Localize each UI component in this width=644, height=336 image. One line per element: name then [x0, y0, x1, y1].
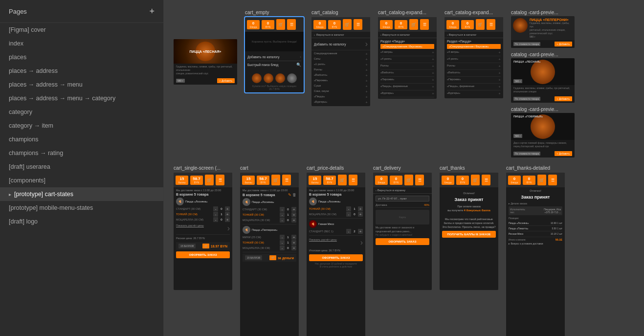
menu-icon-catalog[interactable]: ☰ — [354, 19, 362, 30]
product-add-orange2[interactable]: + Добавить — [555, 96, 572, 101]
sidebar-item-draft-logo[interactable]: [draft] logo — [0, 215, 163, 228]
card-preview3-screen: ПИЦЦА «ГОВЯЖЬЯ» 580 г Двух сортов говяжи… — [511, 113, 575, 157]
frame-cart-price-details[interactable]: 15баллы 58.7BYN 🛒 ☰ Мы доставим заказ с … — [307, 173, 365, 336]
dec-std-c2[interactable]: - — [280, 235, 285, 240]
cart-icon-e1[interactable]: 🛒 — [409, 19, 418, 30]
frame-catalog-card-prev1[interactable]: ПИЦЦА «ПЕППЕРОНИ» Грудинка, маслины, оли… — [511, 16, 575, 48]
menu-icon-delivery[interactable]: ☰ — [415, 175, 424, 185]
pizza-hero-frame[interactable]: ПИЦЦА «ЛЕСНАЯ» Грудинка, маслины, оливки… — [174, 39, 237, 85]
inc-moz-c1[interactable]: + — [291, 218, 296, 223]
increment-slim-s1[interactable]: + — [225, 212, 230, 217]
dec-slim-c1[interactable]: - — [280, 212, 285, 217]
dec-pd2[interactable]: - — [346, 212, 351, 217]
cart-icon-bottom-c[interactable]: 🛒 — [269, 255, 276, 260]
sidebar-item-draft-userarea[interactable]: [draft] userarea — [0, 160, 163, 174]
frame-cart-empty[interactable]: 0 блюда 0 BYN 🛒 ☰ Корзина пуста. Выберит… — [245, 17, 304, 92]
confirm-delivery[interactable]: ОФОРМИТЬ ЗАКАЗ — [376, 238, 429, 245]
dec-moz-c2[interactable]: - — [280, 246, 285, 250]
inc-std-c1[interactable]: + — [291, 207, 296, 212]
dec-pd3[interactable]: - — [346, 229, 351, 234]
dec-pd1[interactable]: - — [346, 206, 351, 211]
frame-cart[interactable]: 15баллы 58.7BYN 🛒 ☰ Мы доставим заказ с … — [240, 173, 299, 336]
menu-icon-single[interactable]: ☰ — [216, 175, 224, 185]
sidebar-item-champions-rating[interactable]: champions → rating — [0, 146, 163, 160]
add-page-button[interactable]: + — [149, 7, 155, 16]
sidebar-item-places[interactable]: places — [0, 50, 163, 64]
frame-cart-thanks[interactable]: 0блюда 0BYN 🛒 ☰ Отлично! Заказ принят Пр… — [440, 173, 498, 290]
inc-std-c2[interactable]: + — [291, 235, 296, 240]
sidebar-item-places-address-menu-category[interactable]: places → address → menu → category — [0, 91, 163, 105]
frame-catalog-card-prev3[interactable]: ПИЦЦА «ГОВЯЖЬЯ» 580 г Двух сортов говяжи… — [511, 113, 575, 157]
cart-icon-td[interactable]: 🛒 — [537, 175, 546, 185]
inc-moz-c2[interactable]: + — [291, 246, 296, 250]
pizza-add-button[interactable]: + Добавить — [217, 78, 235, 83]
sidebar-item-category[interactable]: category — [0, 105, 163, 119]
get-bonus-btn[interactable]: ПОЛУЧИТЬ БАЛЛЫ В ЗАКАЗЕ — [442, 231, 496, 238]
frame-cart-single[interactable]: 15баллы 58.7BYN 🛒 ☰ Мы доставим заказ с … — [174, 173, 232, 290]
sidebar-item-index[interactable]: index — [0, 37, 163, 50]
decrement-s1[interactable]: - — [213, 206, 218, 211]
inc-pd2[interactable]: + — [358, 212, 363, 217]
decrement-moz-s1[interactable]: - — [213, 217, 218, 222]
product-add-orange3[interactable]: + Добавить — [555, 151, 572, 156]
frame-cart-catalog-expand2[interactable]: 0блюда 0BYN 🛒 ☰ ‹ Вернуться в каталог Ра… — [444, 17, 503, 98]
decrement-slim-s1[interactable]: - — [213, 212, 218, 217]
sidebar-item-prototype-cart-states[interactable]: ▸ [prototype] cart-states — [0, 187, 163, 201]
quick-search-text[interactable]: Быстрый поиск блюд — [247, 63, 278, 67]
frame-cart-catalog[interactable]: 0 блюда 0 BYN 🛒 ☰ ‹ Вернуться в каталог — [311, 17, 370, 106]
checkout-pd[interactable]: ОФОРМИТЬ ЗАКАЗ — [309, 254, 363, 261]
sidebar-item-figma-cover[interactable]: [Figma] cover — [0, 23, 163, 37]
menu-icon-thanks[interactable]: ☰ — [482, 175, 490, 185]
cart-icon-e2[interactable]: 🛒 — [476, 19, 485, 30]
local-pizza-link[interactable]: Ресная цена: 26.7 BYN — [176, 237, 205, 240]
cart-icon-delivery[interactable]: 🛒 — [404, 175, 413, 185]
cart-icon-catalog[interactable]: 🛒 — [343, 19, 352, 30]
show-price-single[interactable]: Показать расчёт цены — [176, 224, 204, 233]
dec-slim-c2[interactable]: - — [280, 240, 285, 245]
divider-c2 — [243, 252, 296, 252]
cart-icon-bottom-single[interactable]: 🛒 — [202, 244, 209, 248]
sidebar-item-places-address[interactable]: places → address — [0, 64, 163, 78]
sidebar-item-places-address-menu[interactable]: places → address → menu — [0, 78, 163, 91]
sidebar-item-prototype-mobile-menu[interactable]: [prototype] mobile-menu-states — [0, 201, 163, 215]
cart-icon-pd[interactable]: 🛒 — [338, 175, 347, 185]
sidebar-item-category-item[interactable]: category → item — [0, 119, 163, 133]
cart-icon-thanks[interactable]: 🛒 — [471, 175, 480, 185]
dec-std-c1[interactable]: - — [280, 207, 285, 212]
increment-s1[interactable]: + — [225, 206, 230, 211]
menu-icon-e1[interactable]: ☰ — [420, 19, 429, 30]
canvas-area[interactable]: ПИЦЦА «ЛЕСНАЯ» Грудинка, маслины, оливки… — [164, 0, 644, 336]
frame-cart-catalog-expand1[interactable]: 0блюда 0BYN 🛒 ☰ ‹ Вернуться в каталог Ра… — [378, 17, 437, 99]
checkout-single[interactable]: ОФОРМИТЬ ЗАКАЗ — [176, 251, 230, 258]
menu-icon-e2[interactable]: ☰ — [487, 19, 495, 30]
back-to-catalog[interactable]: ‹ Вернуться в каталог — [311, 32, 370, 38]
back-e2[interactable]: ‹ Вернуться в каталог — [444, 32, 503, 38]
cart-icon[interactable]: 🛒 — [276, 19, 285, 30]
delivery-address[interactable]: ул. Пт-22-47-97... пункт — [376, 196, 429, 202]
inc-slim-c2[interactable]: + — [291, 240, 296, 245]
inc-pd3[interactable]: + — [358, 229, 363, 234]
back-delivery[interactable]: ‹ Вернуться в корзину — [373, 187, 432, 194]
add-catalog-btn[interactable]: Добавить по каталогу — [314, 43, 346, 46]
sidebar-item-components[interactable]: [components] — [0, 174, 163, 187]
product-add-orange1[interactable]: + Добавить — [555, 42, 572, 46]
frame-cart-thanks-detailed[interactable]: 0блюда 0BYN 🛒 ☰ Отлично! Заказ принят ▸ … — [506, 173, 565, 336]
cart-icon-single[interactable]: 🛒 — [205, 175, 214, 185]
back-e1[interactable]: ‹ Вернуться в каталог — [378, 32, 437, 38]
show-price-pd[interactable]: Показать расчёт цены — [309, 238, 337, 247]
cart-icon-c[interactable]: 🛒 — [271, 175, 280, 185]
menu-icon-pd[interactable]: ☰ — [349, 175, 357, 185]
increment-moz-s1[interactable]: + — [225, 217, 230, 222]
trash-icon-c[interactable]: 🗑 — [292, 193, 296, 197]
menu-icon-td[interactable]: ☰ — [548, 175, 557, 185]
frame-catalog-card-prev2[interactable]: ПИЦЦА «ЛЕСНАЯ» 580 г Грудинка, маслины, … — [511, 58, 575, 103]
dec-moz-c1[interactable]: - — [280, 218, 285, 223]
menu-icon-c[interactable]: ☰ — [282, 175, 291, 185]
edit-icon-c[interactable]: ✎ — [288, 193, 291, 197]
sidebar-item-champions[interactable]: champions — [0, 133, 163, 146]
menu-icon[interactable]: ☰ — [287, 19, 296, 30]
frame-cart-delivery[interactable]: 0блюда 0BYN 🛒 ☰ ‹ Вернуться в корзину ул… — [373, 173, 432, 290]
add-to-catalog-text[interactable]: Добавить по каталогу — [247, 55, 280, 59]
inc-slim-c1[interactable]: + — [291, 212, 296, 217]
inc-pd1[interactable]: + — [358, 206, 363, 211]
